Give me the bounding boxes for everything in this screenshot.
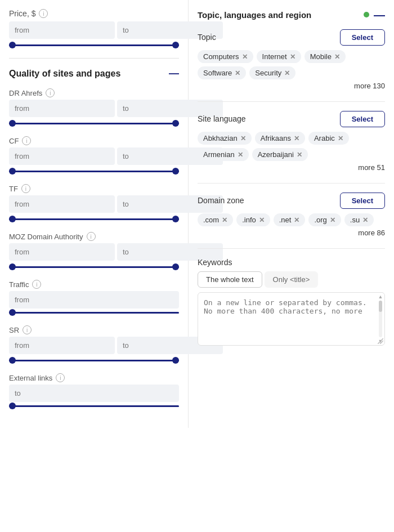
external-links-slider-dot[interactable]: [9, 403, 16, 409]
tf-label: TF: [9, 185, 18, 193]
traffic-slider-dot[interactable]: [9, 309, 16, 316]
tag-internet-remove[interactable]: ✕: [290, 53, 296, 60]
dr-ahrefs-slider-left[interactable]: [9, 120, 16, 127]
external-links-field: External links i: [9, 373, 179, 410]
tf-info-icon[interactable]: i: [21, 184, 30, 193]
price-section: Price, $ i: [9, 9, 179, 49]
tag-arabic: Arabic ✕: [308, 132, 349, 145]
scroll-up-arrow[interactable]: ▲: [378, 294, 383, 299]
tag-software-remove[interactable]: ✕: [235, 70, 240, 77]
tf-slider-right[interactable]: [172, 216, 179, 222]
domain-zone-section: Domain zone Select .com ✕ .info ✕ .net ✕…: [198, 193, 385, 237]
cf-slider[interactable]: [9, 167, 179, 175]
tag-computers-remove[interactable]: ✕: [242, 53, 248, 60]
price-slider[interactable]: [9, 41, 179, 49]
tag-armenian-remove[interactable]: ✕: [238, 151, 243, 158]
textarea-resize-handle[interactable]: [378, 338, 383, 344]
status-dot: [364, 12, 369, 17]
tag-su: .su ✕: [344, 213, 374, 226]
tag-mobile-label: Mobile: [310, 52, 332, 61]
moz-slider[interactable]: [9, 263, 179, 271]
price-slider-right-dot[interactable]: [172, 42, 179, 48]
dr-ahrefs-slider[interactable]: [9, 119, 179, 127]
keywords-scrollbar[interactable]: ▲ ▼: [378, 294, 383, 344]
tag-su-remove[interactable]: ✕: [362, 217, 368, 223]
traffic-slider[interactable]: [9, 309, 179, 316]
domain-zone-filter-row: Domain zone Select: [198, 193, 385, 209]
price-info-icon[interactable]: i: [39, 9, 48, 18]
dr-ahrefs-slider-right[interactable]: [172, 120, 179, 127]
tag-security: Security ✕: [249, 66, 296, 79]
traffic-info-icon[interactable]: i: [32, 280, 41, 289]
tag-afrikaans-remove[interactable]: ✕: [294, 135, 299, 142]
tag-mobile-remove[interactable]: ✕: [334, 53, 340, 60]
tag-com: .com ✕: [198, 213, 233, 226]
dr-ahrefs-label: DR Ahrefs: [9, 89, 42, 97]
topic-more-link[interactable]: more 130: [198, 82, 385, 90]
moz-slider-right[interactable]: [172, 263, 179, 270]
tag-net: .net ✕: [274, 213, 306, 226]
traffic-from-input[interactable]: [9, 291, 179, 309]
cf-from-input[interactable]: [9, 147, 115, 165]
keywords-textarea-wrap: ▲ ▼: [198, 292, 385, 346]
topic-label: Topic: [198, 29, 216, 42]
quality-collapse-icon[interactable]: —: [169, 68, 179, 79]
tag-mobile: Mobile ✕: [305, 50, 346, 63]
keywords-title: Keywords: [198, 258, 385, 267]
domain-zone-select-button[interactable]: Select: [340, 193, 385, 209]
tag-org-remove[interactable]: ✕: [330, 217, 335, 223]
dr-ahrefs-slider-track: [9, 123, 179, 124]
tag-info-remove[interactable]: ✕: [259, 217, 265, 223]
cf-slider-right[interactable]: [172, 168, 179, 175]
cf-slider-left[interactable]: [9, 168, 16, 175]
topic-tags: Computers ✕ Internet ✕ Mobile ✕ Software…: [198, 50, 385, 79]
sr-from-input[interactable]: [9, 337, 115, 354]
keywords-textarea[interactable]: [198, 293, 384, 343]
tag-software: Software ✕: [198, 66, 246, 79]
tag-arabic-label: Arabic: [314, 134, 335, 142]
tag-com-remove[interactable]: ✕: [222, 217, 227, 223]
tag-org-label: .org: [314, 216, 326, 224]
scroll-thumb: [379, 301, 382, 312]
external-links-info-icon[interactable]: i: [56, 373, 65, 382]
sr-slider-left[interactable]: [9, 357, 16, 364]
domain-divider: [198, 248, 385, 249]
site-language-more-link[interactable]: more 51: [198, 163, 385, 172]
domain-zone-more-link[interactable]: more 86: [198, 229, 385, 237]
sr-slider-right[interactable]: [172, 357, 179, 364]
tag-azerbaijani-remove[interactable]: ✕: [297, 151, 302, 158]
tag-arabic-remove[interactable]: ✕: [338, 135, 343, 142]
moz-slider-left[interactable]: [9, 263, 16, 270]
price-slider-left-dot[interactable]: [9, 42, 16, 48]
tag-abkhazian: Abkhazian ✕: [198, 132, 252, 145]
topic-select-button[interactable]: Select: [340, 29, 385, 46]
external-links-to-input[interactable]: [9, 385, 179, 402]
tf-slider-left[interactable]: [9, 216, 16, 222]
tag-abkhazian-remove[interactable]: ✕: [240, 135, 246, 142]
tag-computers: Computers ✕: [198, 50, 253, 63]
site-language-select-button[interactable]: Select: [340, 111, 385, 127]
moz-field: MOZ Domain Authority i: [9, 232, 179, 271]
moz-label: MOZ Domain Authority: [9, 233, 83, 241]
cf-label: CF: [9, 137, 19, 145]
external-links-slider[interactable]: [9, 402, 179, 410]
dr-ahrefs-from-input[interactable]: [9, 100, 115, 117]
tf-slider[interactable]: [9, 215, 179, 223]
tag-net-remove[interactable]: ✕: [294, 217, 299, 223]
moz-from-input[interactable]: [9, 243, 115, 261]
left-panel: Price, $ i Quality of sites and pages —: [0, 0, 189, 428]
tf-from-input[interactable]: [9, 195, 115, 213]
right-collapse-icon[interactable]: —: [374, 9, 385, 20]
domain-zone-label: Domain zone: [198, 193, 244, 205]
sr-info-icon[interactable]: i: [23, 325, 32, 334]
tag-azerbaijani: Azerbaijani ✕: [252, 148, 308, 161]
dr-ahrefs-info-icon[interactable]: i: [46, 88, 55, 97]
price-from-input[interactable]: [9, 21, 115, 39]
keyword-tab-whole-text[interactable]: The whole text: [198, 271, 262, 288]
sr-slider[interactable]: [9, 356, 179, 364]
keyword-tab-only-title[interactable]: Only <title>: [265, 271, 319, 288]
topic-filter-row: Topic Select: [198, 29, 385, 46]
moz-info-icon[interactable]: i: [87, 232, 96, 241]
cf-info-icon[interactable]: i: [22, 136, 31, 145]
tag-security-remove[interactable]: ✕: [284, 70, 290, 77]
